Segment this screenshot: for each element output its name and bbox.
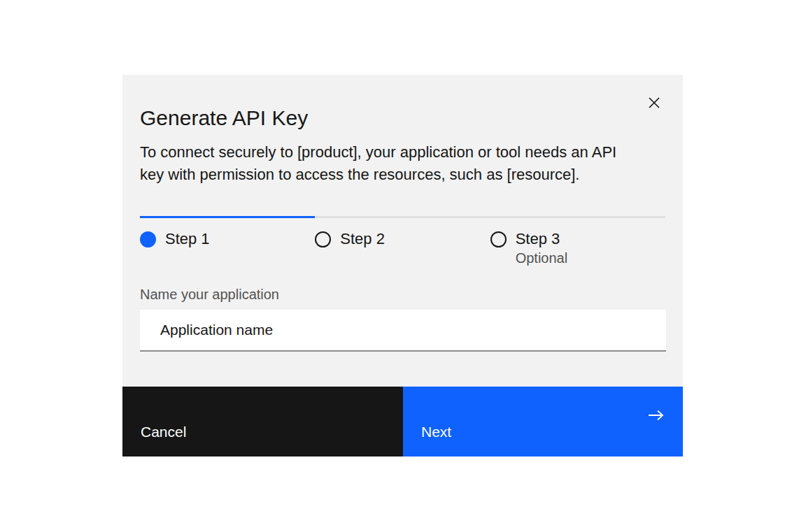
cancel-button[interactable]: Cancel xyxy=(122,387,403,456)
application-name-group: Name your application xyxy=(140,286,665,352)
page-title: Generate API Key xyxy=(140,105,665,131)
step-label: Step 2 xyxy=(340,230,385,248)
step-label: Step 3 xyxy=(516,230,560,248)
next-button-label: Next xyxy=(421,424,451,440)
progress-step-2[interactable]: Step 2 xyxy=(315,216,490,266)
application-name-input[interactable] xyxy=(140,310,666,352)
step-secondary-label: Optional xyxy=(516,250,665,266)
step-current-icon xyxy=(140,231,156,247)
step-incomplete-icon xyxy=(490,231,507,247)
progress-track-segment xyxy=(490,216,665,218)
close-icon xyxy=(647,96,661,110)
generate-api-key-modal: Generate API Key To connect securely to … xyxy=(122,75,683,456)
progress-step-1[interactable]: Step 1 xyxy=(140,216,315,266)
step-incomplete-icon xyxy=(315,231,331,247)
modal-description: To connect securely to [product], your a… xyxy=(140,141,638,186)
progress-indicator: Step 1 Step 2 Step 3 Opti xyxy=(140,216,665,266)
step-label: Step 1 xyxy=(165,230,210,248)
modal-body: Generate API Key To connect securely to … xyxy=(122,75,683,352)
progress-track-segment xyxy=(140,216,315,218)
arrow-right-icon xyxy=(648,408,665,424)
modal-footer: Cancel Next xyxy=(122,387,683,456)
progress-step-3[interactable]: Step 3 Optional xyxy=(490,216,665,266)
page-background: Generate API Key To connect securely to … xyxy=(0,0,806,532)
application-name-label: Name your application xyxy=(140,286,665,303)
next-button[interactable]: Next xyxy=(403,387,683,456)
close-button[interactable] xyxy=(637,86,671,120)
cancel-button-label: Cancel xyxy=(141,424,186,440)
progress-track-segment xyxy=(315,216,490,218)
